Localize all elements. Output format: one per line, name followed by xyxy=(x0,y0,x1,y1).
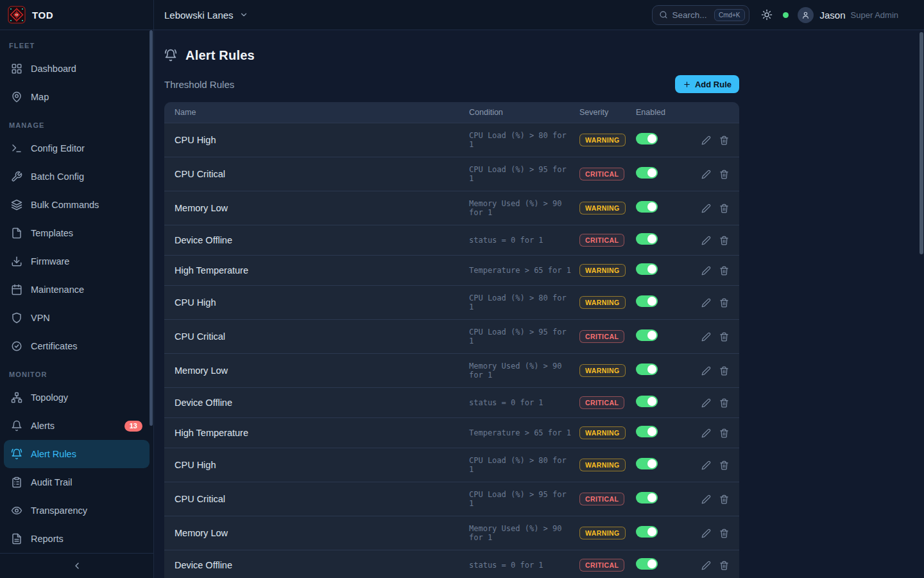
column-header-name: Name xyxy=(175,108,469,117)
sidebar-item-certificates[interactable]: Certificates xyxy=(4,332,150,360)
search-box[interactable]: Cmd+K xyxy=(652,5,749,25)
sidebar-scrollbar-thumb[interactable] xyxy=(150,30,153,426)
file-icon xyxy=(11,227,22,239)
enabled-toggle[interactable] xyxy=(636,329,658,341)
add-rule-button[interactable]: Add Rule xyxy=(675,75,739,93)
table-header-row: NameConditionSeverityEnabled xyxy=(164,102,739,123)
delete-rule-button[interactable] xyxy=(719,460,729,470)
sidebar-item-map[interactable]: Map xyxy=(4,83,150,111)
delete-rule-button[interactable] xyxy=(719,428,729,438)
sidebar-item-bulk-commands[interactable]: Bulk Commands xyxy=(4,191,150,219)
edit-rule-button[interactable] xyxy=(701,266,711,276)
theme-toggle-sun-icon[interactable] xyxy=(761,9,773,21)
sidebar-item-alert-rules[interactable]: Alert Rules xyxy=(4,440,150,468)
delete-rule-button[interactable] xyxy=(719,495,729,504)
rule-name: Memory Low xyxy=(175,528,469,539)
delete-rule-button[interactable] xyxy=(719,398,729,408)
page-title: Alert Rules xyxy=(185,48,255,63)
sidebar-collapse-button[interactable] xyxy=(0,553,153,578)
edit-rule-button[interactable] xyxy=(701,561,711,570)
enabled-toggle[interactable] xyxy=(636,201,658,213)
delete-rule-button[interactable] xyxy=(719,266,729,276)
tod-logo-icon xyxy=(8,6,26,24)
sidebar-item-reports[interactable]: Reports xyxy=(4,525,150,553)
delete-rule-button[interactable] xyxy=(719,136,729,145)
sidebar-item-label: VPN xyxy=(31,313,50,323)
page-scrollbar-thumb[interactable] xyxy=(920,32,923,254)
rule-name: CPU High xyxy=(175,460,469,471)
user-menu-chevron-icon[interactable] xyxy=(905,10,914,19)
edit-rule-button[interactable] xyxy=(701,460,711,470)
section-row: Threshold Rules Add Rule xyxy=(164,75,739,93)
user-icon xyxy=(801,11,810,19)
enabled-toggle[interactable] xyxy=(636,396,658,407)
sidebar-item-transparency[interactable]: Transparency xyxy=(4,496,150,525)
section-title: Threshold Rules xyxy=(164,79,234,90)
edit-rule-button[interactable] xyxy=(701,298,711,308)
enabled-toggle[interactable] xyxy=(636,426,658,437)
delete-rule-button[interactable] xyxy=(719,561,729,570)
severity-badge: WARNING xyxy=(579,264,626,277)
sidebar-item-dashboard[interactable]: Dashboard xyxy=(4,55,150,83)
edit-rule-button[interactable] xyxy=(701,332,711,342)
severity-badge: WARNING xyxy=(579,134,626,147)
delete-rule-button[interactable] xyxy=(719,170,729,179)
severity-badge: WARNING xyxy=(579,202,626,215)
delete-rule-button[interactable] xyxy=(719,204,729,213)
edit-rule-button[interactable] xyxy=(701,428,711,438)
shield-icon xyxy=(11,312,22,324)
table-row: Memory LowMemory Used (%) > 90 for 1WARN… xyxy=(164,353,739,387)
nav-section-label: MONITOR xyxy=(9,371,144,378)
sidebar-item-vpn[interactable]: VPN xyxy=(4,304,150,332)
sidebar-item-alerts[interactable]: Alerts13 xyxy=(4,412,150,440)
delete-rule-button[interactable] xyxy=(719,529,729,538)
avatar[interactable] xyxy=(798,7,814,23)
enabled-toggle[interactable] xyxy=(636,295,658,307)
sidebar: TOD FLEETDashboardMapMANAGEConfig Editor… xyxy=(0,0,154,578)
delete-rule-button[interactable] xyxy=(719,236,729,245)
delete-rule-button[interactable] xyxy=(719,298,729,308)
edit-rule-button[interactable] xyxy=(701,236,711,245)
edit-rule-button[interactable] xyxy=(701,170,711,179)
delete-rule-button[interactable] xyxy=(719,366,729,376)
sidebar-nav: FLEETDashboardMapMANAGEConfig EditorBatc… xyxy=(0,30,153,553)
sidebar-item-maintenance[interactable]: Maintenance xyxy=(4,276,150,304)
enabled-toggle[interactable] xyxy=(636,363,658,375)
sidebar-item-audit-trail[interactable]: Audit Trail xyxy=(4,468,150,496)
sidebar-item-templates[interactable]: Templates xyxy=(4,219,150,247)
edit-rule-button[interactable] xyxy=(701,398,711,408)
edit-rule-button[interactable] xyxy=(701,136,711,145)
sidebar-item-label: Batch Config xyxy=(31,171,84,182)
bell-ring-icon xyxy=(164,49,177,62)
enabled-toggle[interactable] xyxy=(636,526,658,538)
delete-rule-button[interactable] xyxy=(719,332,729,342)
sidebar-item-firmware[interactable]: Firmware xyxy=(4,247,150,276)
edit-rule-button[interactable] xyxy=(701,495,711,504)
column-header-enabled: Enabled xyxy=(636,108,697,117)
enabled-toggle[interactable] xyxy=(636,558,658,570)
sidebar-item-batch-config[interactable]: Batch Config xyxy=(4,162,150,191)
sidebar-item-label: Reports xyxy=(31,534,64,544)
search-input[interactable] xyxy=(672,10,710,20)
user-role: Super Admin xyxy=(851,10,898,20)
rule-name: CPU High xyxy=(175,297,469,308)
sidebar-item-topology[interactable]: Topology xyxy=(4,383,150,412)
enabled-toggle[interactable] xyxy=(636,492,658,504)
edit-rule-button[interactable] xyxy=(701,204,711,213)
table-row: High TemperatureTemperature > 65 for 1WA… xyxy=(164,255,739,285)
sidebar-item-label: Firmware xyxy=(31,256,69,267)
enabled-toggle[interactable] xyxy=(636,133,658,144)
org-switcher[interactable]: Lebowski Lanes xyxy=(164,10,248,21)
sidebar-item-config-editor[interactable]: Config Editor xyxy=(4,134,150,162)
enabled-toggle[interactable] xyxy=(636,167,658,179)
enabled-toggle[interactable] xyxy=(636,233,658,245)
enabled-toggle[interactable] xyxy=(636,458,658,469)
page-header: Alert Rules xyxy=(164,30,739,67)
nav-section-label: FLEET xyxy=(9,42,144,49)
rule-condition: CPU Load (%) > 95 for 1 xyxy=(469,328,579,346)
network-icon xyxy=(11,392,22,403)
user-name: Jason xyxy=(820,10,846,21)
edit-rule-button[interactable] xyxy=(701,529,711,538)
enabled-toggle[interactable] xyxy=(636,263,658,275)
edit-rule-button[interactable] xyxy=(701,366,711,376)
